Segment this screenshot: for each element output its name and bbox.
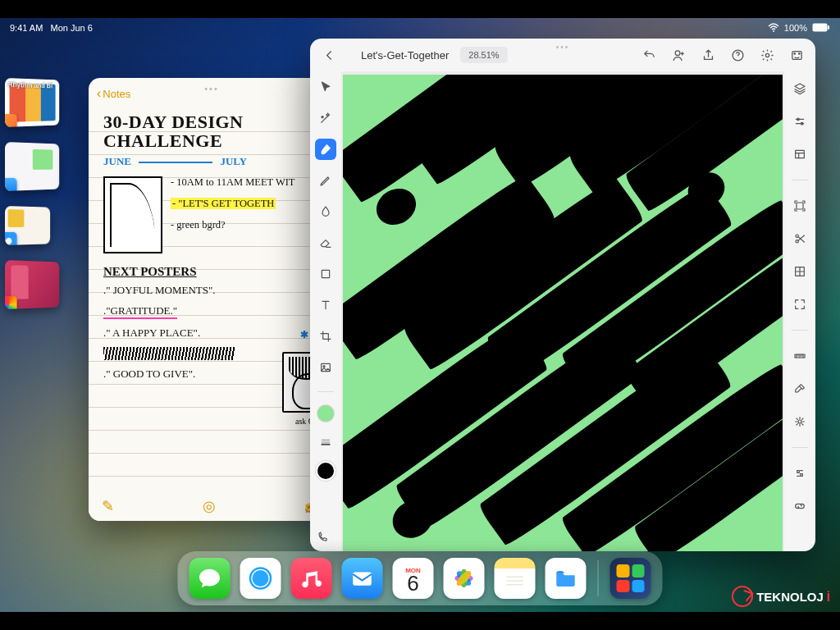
dock-app-music[interactable] xyxy=(291,558,332,599)
note-bullets: - 10AM to 11AM MEET WIT - "LET'S GET TOG… xyxy=(171,176,325,253)
view-icon[interactable] xyxy=(784,43,809,67)
dock-app-files[interactable] xyxy=(546,558,587,599)
shape-tool-icon[interactable] xyxy=(315,263,336,285)
eraser-tool-icon[interactable] xyxy=(315,232,336,253)
notes-window[interactable]: ••• ‹ Notes 30-DAY DESIGN CHALLENGE JUNE… xyxy=(89,78,335,521)
eyedropper-icon[interactable] xyxy=(789,378,810,399)
dock-app-recent[interactable] xyxy=(610,558,651,599)
stage-item-mail[interactable] xyxy=(5,142,59,191)
note-month-row: JUNE JULY xyxy=(103,155,325,168)
svg-point-23 xyxy=(253,570,269,587)
back-chevron-icon[interactable] xyxy=(317,43,341,67)
svg-point-8 xyxy=(798,52,799,53)
window-handle-icon[interactable]: ••• xyxy=(556,43,570,52)
link-icon[interactable] xyxy=(789,495,810,517)
scissors-icon[interactable] xyxy=(789,228,810,249)
share-icon[interactable] xyxy=(696,43,720,67)
notes-body[interactable]: 30-DAY DESIGN CHALLENGE JUNE JULY - 10AM… xyxy=(89,109,335,491)
grid-icon[interactable] xyxy=(789,261,810,282)
window-handle-icon[interactable]: ••• xyxy=(204,84,219,94)
photos-icon xyxy=(5,296,17,309)
battery-icon xyxy=(812,23,830,34)
scribble-icon xyxy=(103,347,235,360)
svg-rect-24 xyxy=(353,573,372,586)
fullscreen-icon[interactable] xyxy=(789,294,810,315)
pointer-tool-icon[interactable] xyxy=(315,76,336,98)
phone-handle-icon[interactable] xyxy=(317,532,328,546)
status-right: 100% xyxy=(768,23,830,34)
svg-rect-15 xyxy=(797,203,803,209)
stroke-width-icon[interactable] xyxy=(315,431,336,453)
stage-thumb-caption: Rhythm and Bl xyxy=(8,81,52,89)
svg-point-3 xyxy=(675,50,680,55)
svg-rect-14 xyxy=(796,150,805,158)
svg-rect-2 xyxy=(828,25,829,30)
svg-point-20 xyxy=(798,420,801,423)
settings-gear-icon[interactable] xyxy=(755,43,779,67)
color-swatch-b[interactable] xyxy=(317,463,334,479)
brush-tool-icon[interactable] xyxy=(315,139,336,160)
dock-app-mail[interactable] xyxy=(342,558,383,599)
left-toolbar xyxy=(310,71,341,551)
dock: MON 6 xyxy=(178,551,663,605)
back-chevron-icon[interactable]: ‹ xyxy=(97,86,101,101)
stage-item-safari[interactable] xyxy=(5,206,50,245)
right-toolbar xyxy=(784,71,815,551)
drawing-app-window[interactable]: ••• Let's-Get-Together 28.51% xyxy=(310,39,815,551)
dock-app-photos[interactable] xyxy=(444,558,485,599)
safari-icon xyxy=(5,232,17,245)
dock-app-calendar[interactable]: MON 6 xyxy=(393,558,434,599)
battery-pct: 100% xyxy=(784,23,807,33)
panels-icon[interactable] xyxy=(789,144,810,165)
stage-manager-strip: Rhythm and Bl xyxy=(5,78,79,309)
text-tool-icon[interactable] xyxy=(315,294,336,316)
help-icon[interactable] xyxy=(725,43,750,67)
undo-icon[interactable] xyxy=(637,43,661,67)
svg-point-5 xyxy=(765,53,769,57)
dock-app-notes[interactable] xyxy=(495,558,536,599)
user-add-icon[interactable] xyxy=(666,43,691,67)
effects-icon[interactable] xyxy=(789,463,810,484)
zoom-level[interactable]: 28.51% xyxy=(460,47,507,63)
notes-toolbar: ✎ ◎ ✍ xyxy=(89,491,335,521)
document-title: Let's-Get-Together xyxy=(361,49,449,62)
smudge-tool-icon[interactable] xyxy=(315,201,336,222)
watermark: TEKNOLOJİ xyxy=(732,586,830,607)
status-date: Mon Jun 6 xyxy=(51,23,93,33)
drawing-titlebar: ••• Let's-Get-Together 28.51% xyxy=(310,39,815,71)
stage-item-photos[interactable] xyxy=(5,260,59,309)
artwork-canvas[interactable] xyxy=(343,75,783,551)
note-sketch-box xyxy=(103,176,162,253)
svg-point-11 xyxy=(323,366,325,368)
layers-icon[interactable] xyxy=(789,78,810,99)
sliders-icon[interactable] xyxy=(789,111,810,132)
status-time: 9:41 AM xyxy=(10,23,43,33)
properties-icon[interactable] xyxy=(789,411,810,432)
status-left: 9:41 AM Mon Jun 6 xyxy=(10,23,93,33)
stage-item-books[interactable]: Rhythm and Bl xyxy=(5,78,59,127)
note-section-label: NEXT POSTERS xyxy=(103,265,325,279)
notes-back-label[interactable]: Notes xyxy=(103,88,130,100)
crop-tool-icon[interactable] xyxy=(315,326,336,347)
ruler-icon[interactable] xyxy=(789,345,810,367)
color-swatch-a[interactable] xyxy=(317,405,334,422)
svg-rect-1 xyxy=(813,23,828,31)
pencil-tool-icon[interactable] xyxy=(315,170,336,191)
canvas-area[interactable] xyxy=(341,71,784,551)
svg-rect-9 xyxy=(322,270,329,277)
wand-tool-icon[interactable] xyxy=(315,107,336,129)
dock-separator xyxy=(598,560,599,596)
books-icon xyxy=(5,114,17,127)
image-tool-icon[interactable] xyxy=(315,357,336,378)
divider-line-icon xyxy=(139,162,212,163)
dock-app-messages[interactable] xyxy=(189,558,231,599)
dock-app-safari[interactable] xyxy=(240,558,281,599)
wifi-icon xyxy=(768,23,779,34)
handwriting-icon[interactable]: ✎ xyxy=(102,497,114,515)
transform-icon[interactable] xyxy=(789,195,810,217)
calendar-day: 6 xyxy=(407,574,418,593)
camera-icon[interactable]: ◎ xyxy=(203,497,216,515)
mail-icon xyxy=(5,178,17,191)
notes-titlebar: ••• ‹ Notes xyxy=(89,78,335,109)
note-title: 30-DAY DESIGN CHALLENGE xyxy=(103,112,325,150)
